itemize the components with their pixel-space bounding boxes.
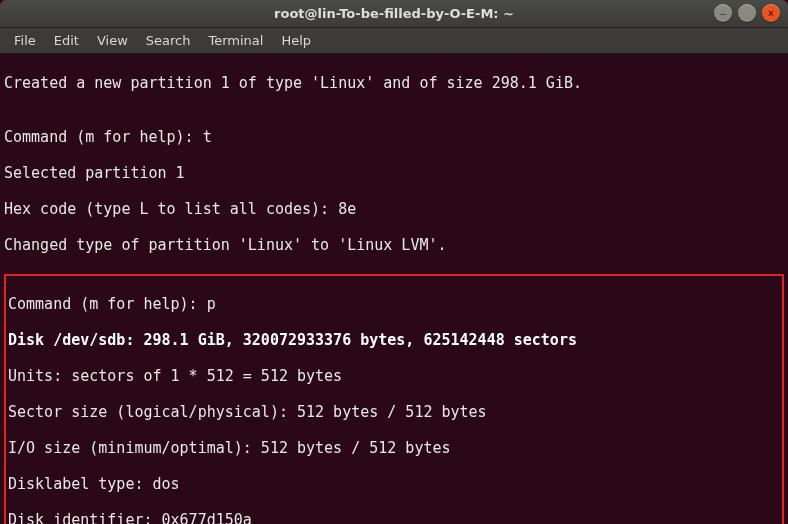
output-line: I/O size (minimum/optimal): 512 bytes / … [8, 439, 780, 457]
minimize-button[interactable]: – [714, 4, 732, 22]
output-line: Disk identifier: 0x677d150a [8, 511, 780, 524]
menu-search[interactable]: Search [138, 31, 199, 50]
output-line: Hex code (type L to list all codes): 8e [4, 200, 784, 218]
terminal-body[interactable]: Created a new partition 1 of type 'Linux… [0, 54, 788, 524]
highlighted-output-box: Command (m for help): p Disk /dev/sdb: 2… [4, 274, 784, 524]
menu-edit[interactable]: Edit [46, 31, 87, 50]
window-controls: – × [714, 4, 780, 22]
output-line: Sector size (logical/physical): 512 byte… [8, 403, 780, 421]
output-line: Command (m for help): p [8, 295, 780, 313]
close-button[interactable]: × [762, 4, 780, 22]
output-line: Created a new partition 1 of type 'Linux… [4, 74, 784, 92]
menu-view[interactable]: View [89, 31, 136, 50]
menu-help[interactable]: Help [273, 31, 319, 50]
output-line: Command (m for help): t [4, 128, 784, 146]
menu-file[interactable]: File [6, 31, 44, 50]
window-title: root@lin-To-be-filled-by-O-E-M: ~ [274, 6, 514, 21]
titlebar: root@lin-To-be-filled-by-O-E-M: ~ – × [0, 0, 788, 28]
output-line: Disklabel type: dos [8, 475, 780, 493]
output-line: Selected partition 1 [4, 164, 784, 182]
output-line: Changed type of partition 'Linux' to 'Li… [4, 236, 784, 254]
output-line: Units: sectors of 1 * 512 = 512 bytes [8, 367, 780, 385]
disk-summary: Disk /dev/sdb: 298.1 GiB, 320072933376 b… [8, 331, 780, 349]
maximize-button[interactable] [738, 4, 756, 22]
menu-terminal[interactable]: Terminal [200, 31, 271, 50]
menubar: File Edit View Search Terminal Help [0, 28, 788, 54]
